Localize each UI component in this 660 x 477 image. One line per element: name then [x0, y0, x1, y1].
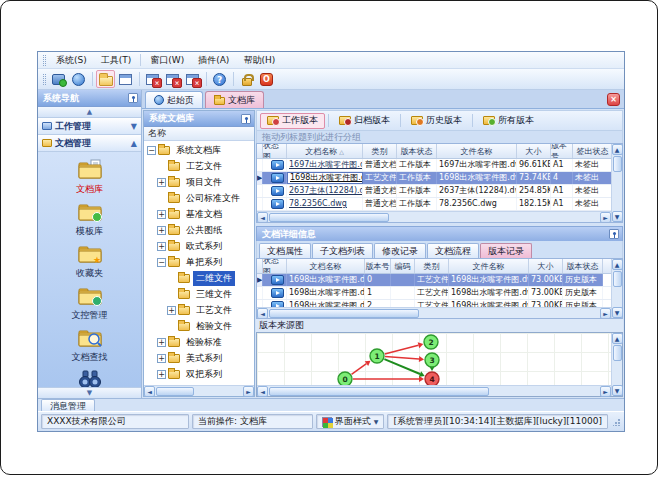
pushpin-icon[interactable] — [609, 229, 619, 239]
column-header[interactable]: 版本号 — [365, 259, 391, 273]
toolbar-button-close-other-icon[interactable] — [183, 70, 202, 88]
menu-item[interactable]: 帮助(H) — [236, 53, 282, 68]
column-header[interactable]: 签出状态 — [573, 144, 611, 158]
tree-expander[interactable]: + — [157, 178, 166, 187]
detail-tab-0[interactable]: 文档属性 — [259, 243, 311, 258]
column-header[interactable]: 文档名称△ — [287, 144, 363, 158]
tree-hscrollbar[interactable]: ◄ ► — [144, 385, 254, 396]
sidebar-item-doc-library[interactable]: 文档库 — [38, 157, 141, 199]
tree-node[interactable]: −系统文档库 — [144, 142, 254, 158]
scroll-up-button[interactable]: ▲ — [612, 144, 623, 155]
close-tab-button[interactable]: × — [607, 93, 620, 106]
scroll-thumb[interactable] — [613, 156, 622, 172]
tree-expander[interactable]: + — [157, 226, 166, 235]
column-header[interactable]: 版本状态 — [397, 144, 437, 158]
tree-node[interactable]: +双把系列 — [144, 366, 254, 382]
scroll-thumb[interactable] — [269, 387, 489, 396]
sidebar-item-template-library[interactable]: 模板库 — [38, 199, 141, 241]
tree-node[interactable]: 三维文件 — [144, 286, 254, 302]
sidebar-group-doc[interactable]: 文档管理▲ — [38, 135, 141, 152]
tree-node[interactable]: +基准文档 — [144, 206, 254, 222]
detail-tab-3[interactable]: 文档流程 — [427, 243, 479, 258]
table-row[interactable]: 1698出水嘴零件图.dwg2工艺文件1698出水嘴零件图.dwg73.00KB… — [257, 300, 611, 307]
tree-node[interactable]: 二维文件 — [144, 270, 254, 286]
scroll-thumb[interactable] — [269, 309, 419, 318]
tree-node[interactable]: 工艺文件 — [144, 158, 254, 174]
sidebar-scroll-down[interactable]: ▼ — [38, 387, 141, 398]
tab-doc-library[interactable]: 文档库 — [205, 91, 264, 108]
toolbar-button-help-icon[interactable] — [210, 70, 229, 88]
table-row[interactable]: 2637主体(12284).dwg普通文档工作版本2637主体(12284).d… — [257, 185, 611, 198]
tree-node[interactable]: +美式系列 — [144, 350, 254, 366]
pushpin-icon[interactable] — [241, 114, 251, 124]
tree-node[interactable]: +欧式系列 — [144, 238, 254, 254]
work-table-hscrollbar[interactable]: ◄ ► — [257, 211, 611, 222]
sidebar-item-favorites[interactable]: ★收藏夹 — [38, 241, 141, 283]
scroll-up-button[interactable]: ▲ — [612, 259, 623, 270]
scroll-right-button[interactable]: ► — [600, 386, 611, 397]
toolbar-button-close-all-icon[interactable] — [163, 70, 182, 88]
scroll-thumb[interactable] — [613, 271, 622, 287]
tree-node[interactable]: +工艺文件 — [144, 302, 254, 318]
work-table-vscrollbar[interactable]: ▲ ▼ — [611, 144, 622, 222]
tree-node[interactable]: +项目文件 — [144, 174, 254, 190]
tree-expander[interactable]: + — [157, 210, 166, 219]
menu-item[interactable]: 插件(A) — [191, 53, 236, 68]
column-header[interactable]: 大小 — [517, 144, 551, 158]
version-graph[interactable]: 01234 — [257, 333, 611, 385]
scroll-left-button[interactable]: ◄ — [257, 308, 268, 319]
message-manager-tab[interactable]: 消息管理 — [41, 399, 95, 411]
column-header[interactable]: 版本号 — [551, 144, 573, 158]
scroll-down-button[interactable]: ▼ — [612, 211, 623, 222]
scroll-up-button[interactable]: ▲ — [612, 333, 623, 344]
tree-expander[interactable]: + — [167, 306, 176, 315]
tree-node[interactable]: +检验标准 — [144, 334, 254, 350]
menu-item[interactable]: 系统(S) — [49, 53, 94, 68]
sidebar-scroll-up[interactable]: ▲ — [38, 107, 141, 118]
tree-expander[interactable]: + — [157, 354, 166, 363]
column-header[interactable]: 文件名称 — [449, 259, 529, 273]
toolbar-button-folder-icon[interactable] — [96, 70, 115, 88]
scroll-right-button[interactable]: ► — [600, 308, 611, 319]
version-filter-button-0[interactable]: 工作版本 — [260, 113, 325, 129]
scroll-down-button[interactable]: ▼ — [612, 385, 623, 396]
column-header[interactable]: 版本状态 — [563, 259, 603, 273]
version-table-vscrollbar[interactable]: ▲ ▼ — [611, 259, 622, 318]
scroll-thumb[interactable] — [613, 345, 622, 361]
table-row[interactable]: 78.2356C.dwg普通文档工作版本78.2356C.dwg182.15KB… — [257, 198, 611, 211]
table-row[interactable]: 1698出水嘴零件图.dwg1工艺文件1698出水嘴零件图.dwg73.00KB… — [257, 287, 611, 300]
column-header[interactable]: 类别 — [415, 259, 449, 273]
toolbar-button-exit-icon[interactable] — [257, 70, 276, 88]
version-filter-button-3[interactable]: 所有版本 — [476, 113, 541, 129]
version-filter-button-2[interactable]: 历史版本 — [404, 113, 469, 129]
graph-hscrollbar[interactable]: ◄ ► — [257, 385, 611, 396]
detail-tab-4[interactable]: 版本记录 — [480, 243, 532, 258]
version-filter-button-1[interactable]: 归档版本 — [332, 113, 397, 129]
tree-node[interactable]: 检验文件 — [144, 318, 254, 334]
column-header[interactable]: 状态图 — [263, 144, 287, 158]
scroll-left-button[interactable]: ◄ — [257, 386, 268, 397]
scroll-left-button[interactable]: ◄ — [257, 212, 268, 223]
sidebar-item-doc-control[interactable]: 文控管理 — [38, 283, 141, 325]
scroll-right-button[interactable]: ► — [600, 212, 611, 223]
resize-grip[interactable] — [611, 416, 621, 428]
version-table-hscrollbar[interactable]: ◄ ► — [257, 307, 611, 318]
pushpin-icon[interactable] — [128, 93, 138, 103]
toolbar-button-window-icon[interactable] — [116, 70, 135, 88]
tree-column-header[interactable]: 名称 — [144, 127, 254, 141]
column-header[interactable]: 大小 — [529, 259, 563, 273]
column-header[interactable]: 编码 — [391, 259, 415, 273]
tree-expander[interactable]: + — [157, 370, 166, 379]
tree-node[interactable]: +公共图纸 — [144, 222, 254, 238]
column-header[interactable]: 文档名称 — [287, 259, 365, 273]
table-row[interactable]: ▶1698出水嘴零件图.dwg0工艺文件1698出水嘴零件图.dwg73.00K… — [257, 274, 611, 287]
tree-expander[interactable]: − — [147, 146, 156, 155]
column-header[interactable]: 类别 — [363, 144, 397, 158]
tab-start-page[interactable]: 起始页 — [145, 91, 203, 108]
tree-node[interactable]: 公司标准文件 — [144, 190, 254, 206]
tree-expander[interactable]: + — [157, 338, 166, 347]
toolbar-button-connect-icon[interactable] — [49, 70, 68, 88]
ui-style-selector[interactable]: 界面样式 ▼ — [316, 414, 385, 429]
scroll-thumb[interactable] — [156, 387, 194, 396]
graph-vscrollbar[interactable]: ▲ ▼ — [611, 333, 622, 396]
